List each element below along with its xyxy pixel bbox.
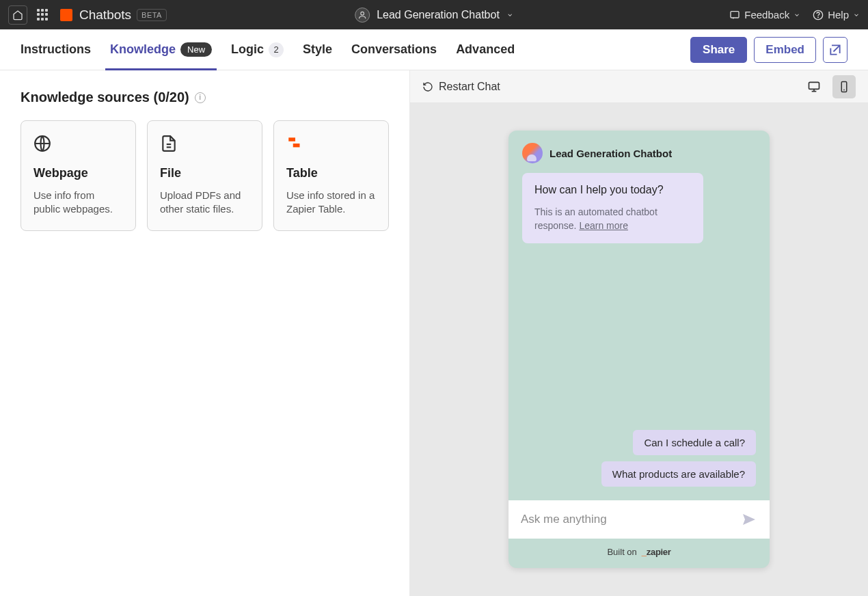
feedback-icon: [729, 10, 740, 21]
desktop-icon: [807, 80, 821, 94]
tabs-row: Instructions Knowledge New Logic 2 Style…: [0, 29, 868, 70]
tab-knowledge[interactable]: Knowledge New: [110, 29, 212, 70]
svg-rect-8: [293, 144, 300, 147]
app-header: Chatbots BETA Lead Generation Chatbot Fe…: [0, 0, 868, 29]
knowledge-title: Knowledge sources (0/20) i: [21, 90, 389, 105]
svg-rect-1: [731, 11, 739, 17]
tab-instructions[interactable]: Instructions: [21, 29, 91, 70]
help-icon: [813, 10, 824, 21]
avatar-icon: [355, 8, 370, 23]
new-badge: New: [180, 42, 212, 57]
share-button[interactable]: Share: [690, 37, 747, 63]
source-card-table[interactable]: Table Use info stored in a Zapier Table.: [273, 120, 389, 231]
source-card-webpage[interactable]: Webpage Use info from public webpages.: [21, 120, 136, 231]
chat-preview: Lead Generation Chatbot How can I help y…: [508, 131, 770, 568]
file-icon: [160, 135, 178, 152]
knowledge-panel: Knowledge sources (0/20) i Webpage Use i…: [0, 70, 410, 596]
home-icon: [12, 10, 23, 21]
popout-icon: [828, 43, 842, 57]
chat-input[interactable]: [521, 513, 741, 526]
tab-advanced[interactable]: Advanced: [456, 29, 515, 70]
restart-chat-button[interactable]: Restart Chat: [422, 81, 500, 93]
bot-greeting: How can I help you today?: [534, 184, 691, 196]
suggestion-chip[interactable]: What products are available?: [601, 461, 756, 487]
chatbot-selector[interactable]: Lead Generation Chatbot: [355, 8, 513, 23]
chevron-down-icon: [794, 12, 800, 18]
svg-point-0: [361, 12, 364, 15]
table-icon: [286, 135, 304, 152]
chat-title: Lead Generation Chatbot: [550, 148, 672, 159]
chat-footer: Built on zapier: [508, 539, 770, 568]
chatbot-name-label: Lead Generation Chatbot: [377, 9, 500, 21]
source-card-file[interactable]: File Upload PDFs and other static files.: [147, 120, 262, 231]
zapier-logo-icon: [60, 9, 72, 21]
suggestion-chip[interactable]: Can I schedule a call?: [633, 430, 756, 455]
restart-icon: [422, 81, 433, 92]
preview-panel: Restart Chat Lead Generation Chatbot: [410, 70, 868, 596]
svg-rect-9: [809, 82, 819, 89]
help-link[interactable]: Help: [813, 9, 860, 21]
info-icon[interactable]: i: [195, 92, 206, 103]
logic-count-badge: 2: [269, 42, 284, 57]
open-externally-button[interactable]: [823, 37, 847, 63]
zapier-wordmark: zapier: [642, 547, 671, 557]
product-title: Chatbots: [79, 8, 131, 23]
bot-message: How can I help you today? This is an aut…: [522, 173, 703, 243]
disclaimer-text: This is an automated chatbot response. L…: [534, 206, 691, 232]
svg-rect-7: [288, 137, 295, 141]
apps-grid-button[interactable]: [37, 9, 49, 21]
send-button[interactable]: [741, 511, 757, 528]
tab-style[interactable]: Style: [303, 29, 332, 70]
mobile-preview-button[interactable]: [832, 75, 856, 98]
desktop-preview-button[interactable]: [802, 75, 826, 98]
globe-icon: [33, 135, 51, 152]
chatbot-avatar-icon: [522, 143, 543, 163]
chevron-down-icon: [506, 12, 513, 18]
svg-point-3: [818, 17, 819, 18]
beta-badge: BETA: [137, 9, 167, 21]
embed-button[interactable]: Embed: [754, 37, 816, 63]
mobile-icon: [838, 81, 850, 93]
chevron-down-icon: [853, 12, 860, 18]
feedback-link[interactable]: Feedback: [729, 9, 800, 21]
tab-logic[interactable]: Logic 2: [231, 29, 284, 70]
home-button[interactable]: [8, 5, 27, 25]
tab-conversations[interactable]: Conversations: [351, 29, 437, 70]
learn-more-link[interactable]: Learn more: [579, 220, 628, 231]
